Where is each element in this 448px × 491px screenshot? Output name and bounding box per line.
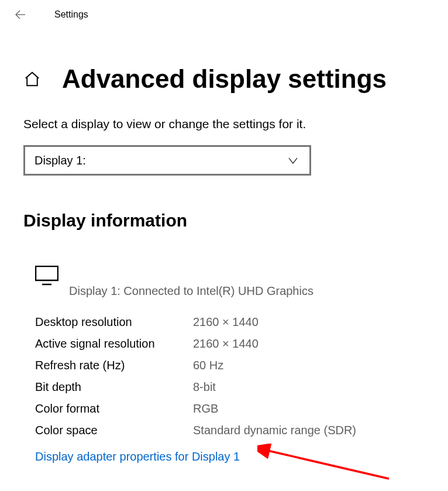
info-label: Color format: [35, 402, 193, 416]
svg-rect-1: [36, 266, 58, 280]
back-arrow-icon[interactable]: [12, 6, 29, 23]
info-row: Bit depth 8-bit: [35, 380, 425, 394]
instruction-text: Select a display to view or change the s…: [23, 117, 425, 131]
page-title-row: Advanced display settings: [23, 64, 425, 94]
info-label: Active signal resolution: [35, 337, 193, 351]
info-value: RGB: [193, 402, 218, 416]
info-label: Desktop resolution: [35, 315, 193, 329]
monitor-label: Display 1: Connected to Intel(R) UHD Gra…: [69, 284, 425, 298]
info-row: Refresh rate (Hz) 60 Hz: [35, 359, 425, 372]
display-info-table: Desktop resolution 2160 × 1440 Active si…: [35, 315, 425, 437]
info-row: Desktop resolution 2160 × 1440: [35, 315, 425, 329]
info-label: Color space: [35, 424, 193, 437]
display-adapter-properties-link[interactable]: Display adapter properties for Display 1: [35, 450, 240, 463]
section-heading: Display information: [23, 211, 425, 231]
dropdown-selected-value: Display 1:: [35, 154, 86, 167]
info-value: Standard dynamic range (SDR): [193, 424, 356, 437]
monitor-block: Display 1: Connected to Intel(R) UHD Gra…: [35, 266, 425, 298]
info-row: Color format RGB: [35, 402, 425, 416]
info-value: 60 Hz: [193, 359, 223, 372]
home-icon[interactable]: [23, 70, 41, 88]
info-row: Color space Standard dynamic range (SDR): [35, 424, 425, 437]
header-title: Settings: [54, 9, 88, 20]
chevron-down-icon: [286, 153, 300, 167]
info-row: Active signal resolution 2160 × 1440: [35, 337, 425, 351]
info-value: 2160 × 1440: [193, 337, 259, 351]
header-bar: Settings: [0, 0, 448, 29]
page-title: Advanced display settings: [62, 64, 387, 94]
info-value: 8-bit: [193, 380, 216, 394]
info-label: Bit depth: [35, 380, 193, 394]
display-select-dropdown[interactable]: Display 1:: [23, 145, 311, 176]
monitor-icon: [35, 266, 58, 286]
info-label: Refresh rate (Hz): [35, 359, 193, 372]
info-value: 2160 × 1440: [193, 315, 259, 329]
